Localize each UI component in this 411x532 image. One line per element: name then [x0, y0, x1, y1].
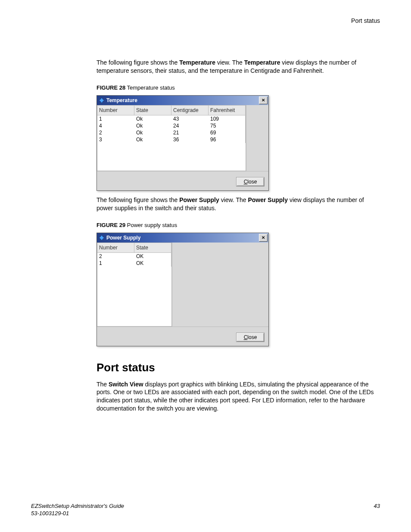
port-status-heading: Port status [97, 361, 380, 374]
col-number[interactable]: Number [97, 243, 134, 253]
figure-number: FIGURE 29 [97, 222, 125, 228]
table-row[interactable]: 4 Ok 24 75 [97, 122, 246, 129]
table-header: Number State Centigrade Fahrenheit [97, 106, 246, 115]
text: The following figure shows the [97, 59, 179, 66]
close-icon[interactable]: ✕ [259, 96, 268, 104]
footer-doc-number: 53-1003129-01 [31, 510, 124, 517]
cell: 69 [209, 129, 246, 136]
running-head: Port status [97, 17, 380, 24]
cell: 2 [97, 129, 134, 136]
page-footer: EZSwitchSetup Administrator's Guide 53-1… [31, 503, 380, 517]
table-row[interactable]: 3 Ok 36 96 [97, 136, 246, 143]
footer-guide-title: EZSwitchSetup Administrator's Guide [31, 503, 124, 510]
cell: 24 [171, 122, 209, 129]
table-gutter [172, 243, 268, 327]
text-bold: Temperature [244, 59, 280, 66]
cell: 43 [171, 115, 209, 122]
power-supply-table: Number State 2 OK 1 OK [97, 243, 172, 327]
cell: 3 [97, 136, 134, 143]
close-button-rest: lose [247, 179, 257, 185]
cell: 21 [171, 129, 209, 136]
cell: Ok [134, 136, 171, 143]
close-icon[interactable]: ✕ [259, 234, 268, 242]
cell: 109 [209, 115, 246, 122]
cell: Ok [134, 129, 171, 136]
titlebar: Power Supply ✕ [97, 233, 268, 243]
dialog-title: Temperature [106, 97, 137, 103]
col-fahrenheit[interactable]: Fahrenheit [209, 106, 246, 115]
cell: 36 [171, 136, 209, 143]
close-button[interactable]: Close [237, 333, 264, 342]
cell: 75 [209, 122, 246, 129]
text-bold: Power Supply [179, 196, 219, 203]
table-row[interactable]: 1 Ok 43 109 [97, 115, 246, 122]
port-status-paragraph: The Switch View displays port graphics w… [97, 380, 380, 413]
close-button-rest: lose [247, 334, 257, 340]
cell: 96 [209, 136, 246, 143]
table-gutter [246, 105, 268, 171]
app-icon [99, 97, 105, 103]
footer-page-number: 43 [374, 503, 380, 517]
close-button[interactable]: Close [237, 177, 264, 186]
table-row[interactable]: 2 Ok 21 69 [97, 129, 246, 136]
dialog-title: Power Supply [106, 235, 140, 241]
app-icon [99, 235, 105, 241]
cell: Ok [134, 115, 171, 122]
cell: 4 [97, 122, 134, 129]
text-bold: Switch View [109, 381, 143, 388]
titlebar: Temperature ✕ [97, 96, 268, 105]
figure-number: FIGURE 28 [97, 84, 125, 91]
text: view. The [219, 196, 248, 203]
table-header: Number State [97, 243, 171, 253]
cell: OK [134, 260, 171, 267]
col-state[interactable]: State [134, 106, 171, 115]
cell: Ok [134, 122, 171, 129]
cell: OK [134, 253, 171, 260]
temperature-dialog: Temperature ✕ Number State Centigrade Fa… [97, 95, 269, 191]
cell: 2 [97, 253, 134, 260]
table-row[interactable]: 1 OK [97, 260, 171, 267]
figure-caption: Power supply status [125, 222, 177, 228]
col-state[interactable]: State [134, 243, 171, 253]
intro-temperature: The following figure shows the Temperatu… [97, 59, 380, 75]
table-row[interactable]: 2 OK [97, 253, 171, 260]
col-number[interactable]: Number [97, 106, 134, 115]
text: The [97, 381, 109, 388]
text: view. The [215, 59, 244, 66]
text-bold: Power Supply [248, 196, 288, 203]
figure-28-label: FIGURE 28 Temperature status [97, 84, 380, 91]
figure-29-label: FIGURE 29 Power supply status [97, 222, 380, 228]
temperature-table: Number State Centigrade Fahrenheit 1 Ok … [97, 105, 246, 171]
figure-caption: Temperature status [125, 84, 175, 91]
text: The following figure shows the [97, 196, 179, 203]
cell: 1 [97, 260, 134, 267]
power-supply-dialog: Power Supply ✕ Number State 2 OK [97, 233, 269, 346]
intro-power-supply: The following figure shows the Power Sup… [97, 196, 380, 212]
cell: 1 [97, 115, 134, 122]
text-bold: Temperature [179, 59, 215, 66]
col-centigrade[interactable]: Centigrade [171, 106, 209, 115]
